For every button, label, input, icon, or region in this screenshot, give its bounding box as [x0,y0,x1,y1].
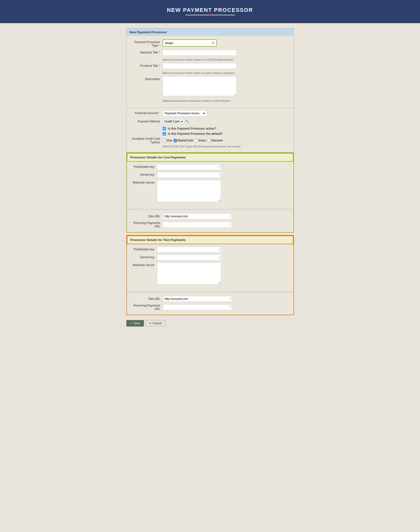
section-title: New Payment Processor [130,30,167,34]
resize-icon: ⤢ [218,165,220,168]
test-recurring-url-input[interactable] [163,304,232,310]
main-content: New Payment Processor Payment Processor … [124,28,296,329]
page-header: NEW PAYMENT PROCESSOR [0,0,420,23]
test-webhook-label: Webhook Secret [130,262,157,267]
visa-card-item: Visa [163,139,172,142]
resize-icon: ⤢ [218,281,220,284]
discover-card-item: Discover [207,139,223,142]
test-site-url-input[interactable] [163,296,232,302]
live-webhook-control: ⤢ [157,180,221,203]
live-section-header: Processor Details for Live Payments [127,153,293,162]
description-label: Description [131,76,163,81]
live-publishable-key-row: Publishable key ⤢ [130,164,290,170]
is-active-checkbox[interactable] [163,127,166,130]
is-active-label: Is this Payment Processor active? [168,127,216,130]
test-secret-key-label: Secret Key [130,255,157,259]
resize-icon: ⤢ [218,173,220,176]
live-publishable-key-label: Publishable key [130,164,157,169]
live-site-url-input[interactable] [163,213,232,219]
live-secret-key-input[interactable] [157,172,221,178]
test-site-url-control: ⤢ [163,296,232,302]
test-secret-key-control: ⤢ [157,255,221,260]
amex-checkbox[interactable] [194,139,198,142]
visa-checkbox[interactable] [163,139,166,142]
x-icon: ✕ [149,322,151,325]
description-control [163,76,236,97]
is-default-row: Is this Payment Processor the default? [163,132,290,136]
cancel-button[interactable]: ✕ Cancel [145,320,165,326]
test-webhook-row: Webhook Secret ⤢ [130,262,290,285]
live-url-section: Site URL ⤢ Recurring Payments URL ⤢ [127,211,293,232]
is-default-label: Is this Payment Processor the default? [168,132,223,136]
test-webhook-textarea[interactable] [157,262,221,285]
payment-method-control: Credit Card ▼ 🔧 [163,119,189,124]
test-section-title: Processor Details for Test Payments [130,238,186,242]
processor-type-label: Payment Processor Type * [131,39,163,47]
live-webhook-row: Webhook Secret ⤢ [130,180,290,203]
live-webhook-textarea[interactable] [157,180,221,202]
test-webhook-control: ⤢ [157,262,221,285]
live-recurring-url-input[interactable] [163,222,232,228]
financial-account-select[interactable]: Payment Processor Account [163,110,207,116]
live-site-url-control: ⤢ [163,213,232,219]
header-underline [185,15,235,15]
frontend-title-row: Frontend Title * [131,63,290,69]
cancel-label: Cancel [152,322,162,325]
section-header: New Payment Processor [127,28,294,36]
test-site-url-label: Site URL [131,297,163,301]
backend-title-control [163,50,236,56]
financial-account-wrapper: Payment Processor Account ▼ [163,110,207,116]
financial-account-control: Payment Processor Account ▼ [163,110,236,116]
test-recurring-url-row: Recurring Payments URL ⤢ [131,304,289,311]
live-payments-section: Processor Details for Live Payments Publ… [126,153,294,233]
payment-method-label: Payment Method [131,119,163,123]
processor-type-select[interactable]: Stripe PayPal Authorize.net [163,39,217,47]
live-recurring-url-label: Recurring Payments URL [131,221,163,228]
live-site-url-label: Site URL [131,215,163,218]
processor-type-wrapper: Stripe PayPal Authorize.net ▼ [163,39,217,47]
resize-icon: ⤢ [229,297,231,300]
resize-icon: ⤢ [218,248,220,251]
payment-method-row: Payment Method Credit Card ▼ 🔧 [131,119,290,124]
discover-label: Discover [211,139,223,142]
backend-title-row: Backend Title * [131,50,290,56]
frontend-title-label: Frontend Title * [131,63,163,68]
test-payments-section: Processor Details for Test Payments Publ… [126,235,294,315]
save-button[interactable]: ✓ Save [126,320,144,326]
wrench-icon[interactable]: 🔧 [185,120,189,123]
live-recurring-url-row: Recurring Payments URL ⤢ [131,221,289,228]
test-form-body: Publishable key ⤢ Secret Key ⤢ Webhook S… [127,244,293,290]
description-textarea[interactable] [163,76,236,96]
live-form-body: Publishable key ⤢ Secret Key ⤢ Webhook S… [127,162,293,207]
frontend-title-input[interactable] [163,63,236,69]
resize-icon: ⤢ [218,256,220,259]
amex-card-item: Amex [194,139,206,142]
resize-icon: ⤢ [229,223,231,226]
backend-title-input[interactable] [163,50,236,56]
live-webhook-label: Webhook Secret [130,180,157,184]
mastercard-card-item: MasterCard [174,139,193,142]
checkmark-icon: ✓ [130,322,133,325]
test-section-header: Processor Details for Test Payments [127,236,293,244]
test-recurring-url-control: ⤢ [163,304,232,310]
live-site-url-row: Site URL ⤢ [131,213,289,219]
mastercard-checkbox[interactable] [174,139,177,142]
processor-type-row: Payment Processor Type * Stripe PayPal A… [131,39,290,47]
test-site-url-row: Site URL ⤢ [131,296,289,302]
separator [127,209,293,209]
resize-icon: ⤢ [229,305,231,309]
payment-method-select[interactable]: Credit Card [163,119,184,124]
discover-checkbox[interactable] [207,139,211,142]
is-default-checkbox[interactable] [163,132,166,136]
live-recurring-url-control: ⤢ [163,222,232,228]
test-publishable-key-label: Publishable key [130,247,157,251]
card-types-help: Select Credit Card Types that this payme… [163,145,290,148]
test-publishable-key-input[interactable] [157,247,221,253]
amex-label: Amex [198,139,206,142]
live-publishable-key-input[interactable] [157,164,221,170]
description-row: Description [131,76,290,97]
test-secret-key-input[interactable] [157,255,221,260]
live-publishable-key-control: ⤢ [157,164,221,170]
live-secret-key-label: Secret Key [130,172,157,176]
card-types-container: Visa MasterCard Amex Discover [163,139,223,142]
